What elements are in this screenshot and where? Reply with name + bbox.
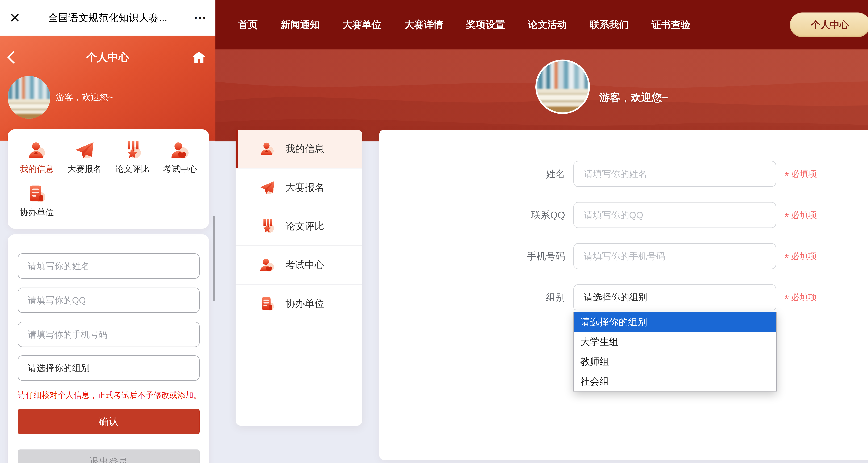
confirm-button[interactable]: 确认 — [18, 409, 199, 434]
nav-item-details[interactable]: 大赛详情 — [404, 18, 443, 31]
mobile-form-card: 请选择你的组别 请仔细核对个人信息，正式考试后不予修改或添加。 确认 退出登录 — [8, 234, 209, 463]
mobile-nav-row: 个人中心 — [0, 36, 215, 79]
required-star: * — [784, 170, 789, 181]
required-badge: * 必填项 — [784, 202, 817, 228]
sidebar-item-signup[interactable]: 大赛报名 — [236, 168, 362, 207]
field-label: 姓名 — [379, 161, 565, 187]
field-label: 联系QQ — [379, 202, 565, 228]
name-input[interactable] — [574, 161, 776, 187]
required-text: 必填项 — [791, 251, 817, 262]
paper-plane-icon — [74, 140, 95, 161]
group-select[interactable]: 请选择你的组别 — [574, 284, 776, 310]
sidebar-item-label: 我的信息 — [285, 142, 324, 156]
mobile-tab-label: 考试中心 — [163, 163, 197, 175]
mobile-tab-exam-center[interactable]: 考试中心 — [163, 140, 197, 184]
sidebar-item-my-info[interactable]: 我的信息 — [236, 130, 362, 168]
form-row-qq: 联系QQ * 必填项 — [379, 202, 868, 228]
document-icon — [259, 296, 275, 312]
dropdown-option-college[interactable]: 大学生组 — [574, 332, 776, 352]
page: ✕ 全国语文规范化知识大赛... ••• 个人中心 游客，欢迎您~ 我的信息 大… — [0, 0, 868, 463]
sidebar-item-label: 论文评比 — [285, 220, 324, 233]
qq-input[interactable] — [18, 288, 199, 313]
mobile-greeting: 游客，欢迎您~ — [56, 92, 113, 103]
sidebar-item-exam-center[interactable]: 考试中心 — [236, 246, 362, 285]
desktop-greeting: 游客，欢迎您~ — [599, 91, 668, 105]
required-text: 必填项 — [791, 209, 817, 221]
qq-input[interactable] — [574, 202, 776, 228]
banner: 游客，欢迎您~ — [215, 49, 868, 141]
nav-item-contact[interactable]: 联系我们 — [590, 18, 629, 31]
mobile-scrollbar-thumb[interactable] — [213, 216, 215, 301]
mobile-tab-my-info[interactable]: 我的信息 — [20, 140, 54, 184]
desktop-panel: 首页 新闻通知 大赛单位 大赛详情 奖项设置 论文活动 联系我们 证书查验 个人… — [215, 0, 868, 463]
sidebar-item-co-organizers[interactable]: 协办单位 — [236, 285, 362, 323]
sidebar-item-label: 协办单位 — [285, 297, 324, 310]
top-nav: 首页 新闻通知 大赛单位 大赛详情 奖项设置 论文活动 联系我们 证书查验 个人… — [215, 0, 868, 49]
nav-item-home[interactable]: 首页 — [238, 18, 258, 31]
user-icon — [259, 141, 275, 157]
more-menu-icon[interactable]: ••• — [195, 14, 207, 22]
avatar — [8, 76, 50, 119]
group-dropdown: 请选择你的组别 大学生组 教师组 社会组 — [574, 312, 777, 392]
personal-center-button[interactable]: 个人中心 — [790, 12, 868, 37]
nav-items: 首页 新闻通知 大赛单位 大赛详情 奖项设置 论文活动 联系我们 证书查验 — [215, 18, 690, 31]
required-star: * — [784, 253, 789, 264]
avatar — [535, 60, 590, 114]
mobile-header-title: 个人中心 — [0, 50, 215, 65]
field-label: 手机号码 — [379, 243, 565, 269]
phone-input[interactable] — [18, 322, 199, 347]
sidebar-menu: 我的信息 大赛报名 论文评比 考试中心 协办单位 — [236, 130, 362, 426]
required-text: 必填项 — [791, 168, 817, 179]
mobile-page-title: 全国语文规范化知识大赛... — [0, 11, 215, 25]
mobile-panel: ✕ 全国语文规范化知识大赛... ••• 个人中心 游客，欢迎您~ 我的信息 大… — [0, 0, 215, 463]
dropdown-option-teacher[interactable]: 教师组 — [574, 352, 776, 371]
form-row-name: 姓名 * 必填项 — [379, 161, 868, 187]
name-input[interactable] — [18, 253, 199, 279]
my-info-form: 姓名 * 必填项 联系QQ * 必填项 手机号码 * — [379, 130, 868, 460]
mobile-tab-signup[interactable]: 大赛报名 — [67, 140, 101, 184]
required-badge: * 必填项 — [784, 243, 817, 269]
required-star: * — [784, 294, 789, 305]
user-heart-icon — [259, 257, 275, 273]
mobile-tab-label: 我的信息 — [20, 163, 54, 175]
required-text: 必填项 — [791, 292, 817, 303]
field-label: 组别 — [379, 284, 565, 310]
nav-item-cert-check[interactable]: 证书查验 — [652, 18, 690, 31]
group-select[interactable]: 请选择你的组别 — [18, 355, 199, 381]
mobile-tab-paper-review[interactable]: 论文评比 — [115, 140, 149, 184]
mobile-tab-label: 大赛报名 — [67, 163, 101, 175]
required-star: * — [784, 211, 789, 223]
required-badge: * 必填项 — [784, 284, 817, 310]
nav-item-units[interactable]: 大赛单位 — [342, 18, 381, 31]
mobile-tab-label: 协办单位 — [20, 207, 54, 218]
mobile-titlebar: ✕ 全国语文规范化知识大赛... ••• — [0, 0, 215, 36]
user-icon — [27, 140, 47, 161]
required-badge: * 必填项 — [784, 161, 817, 187]
sidebar-item-label: 考试中心 — [285, 258, 324, 272]
paper-plane-icon — [259, 179, 275, 196]
sidebar-item-label: 大赛报名 — [285, 181, 324, 194]
medal-icon — [122, 140, 143, 161]
home-icon[interactable] — [191, 50, 207, 65]
mobile-header: 个人中心 游客，欢迎您~ — [0, 36, 215, 140]
nav-item-paper-activity[interactable]: 论文活动 — [528, 18, 567, 31]
sidebar-item-paper-review[interactable]: 论文评比 — [236, 207, 362, 246]
phone-input[interactable] — [574, 243, 776, 269]
mobile-tab-label: 论文评比 — [115, 163, 149, 175]
nav-item-awards[interactable]: 奖项设置 — [466, 18, 505, 31]
medal-icon — [259, 218, 275, 234]
form-row-phone: 手机号码 * 必填项 — [379, 243, 868, 269]
mobile-menu-card: 我的信息 大赛报名 论文评比 考试中心 协办单位 — [8, 129, 209, 229]
mobile-tab-co-organizers[interactable]: 协办单位 — [20, 184, 54, 227]
nav-item-news[interactable]: 新闻通知 — [281, 18, 319, 31]
user-heart-icon — [170, 140, 190, 161]
form-warning: 请仔细核对个人信息，正式考试后不予修改或添加。 — [18, 390, 202, 400]
document-icon — [27, 184, 47, 204]
form-row-group: 组别 请选择你的组别 * 必填项 — [379, 284, 868, 310]
logout-button[interactable]: 退出登录 — [18, 450, 199, 463]
dropdown-option-placeholder[interactable]: 请选择你的组别 — [574, 312, 776, 332]
dropdown-option-society[interactable]: 社会组 — [574, 371, 776, 391]
